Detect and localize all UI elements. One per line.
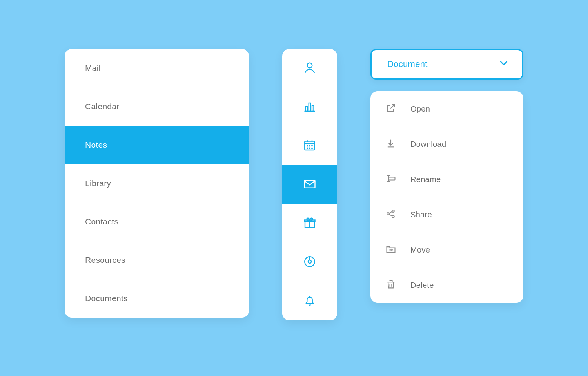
context-menu: Open Download Rename (370, 91, 523, 303)
rail-item-gift[interactable] (282, 204, 337, 243)
svg-rect-11 (305, 180, 315, 188)
svg-point-5 (307, 145, 308, 146)
bar-chart-icon (303, 99, 317, 115)
nav-label: Mail (85, 63, 101, 73)
dropdown-label: Document (387, 59, 428, 69)
svg-point-17 (387, 213, 389, 215)
chevron-down-icon (499, 58, 509, 70)
gift-icon (303, 216, 317, 231)
ctx-label: Open (410, 105, 430, 114)
nav-item-notes[interactable]: Notes (65, 126, 249, 164)
nav-label: Notes (85, 140, 107, 150)
ctx-label: Share (410, 210, 432, 219)
ctx-item-download[interactable]: Download (370, 127, 523, 162)
rename-icon (385, 173, 396, 186)
trash-icon (385, 279, 396, 292)
nav-item-library[interactable]: Library (65, 164, 249, 202)
move-folder-icon (385, 244, 396, 257)
svg-point-15 (308, 260, 311, 263)
svg-point-6 (309, 145, 310, 146)
nav-item-contacts[interactable]: Contacts (65, 202, 249, 241)
svg-point-19 (392, 215, 394, 218)
nav-item-documents[interactable]: Documents (65, 279, 249, 318)
nav-label: Documents (85, 294, 128, 303)
nav-label: Library (85, 179, 111, 188)
document-dropdown[interactable]: Document (370, 49, 523, 80)
right-column: Document Open (370, 49, 523, 303)
calendar-icon (303, 138, 317, 154)
ctx-item-share[interactable]: Share (370, 197, 523, 232)
svg-rect-2 (309, 103, 311, 111)
ctx-item-rename[interactable]: Rename (370, 162, 523, 197)
ctx-item-open[interactable]: Open (370, 91, 523, 127)
rail-item-user[interactable] (282, 49, 337, 88)
rail-item-disc[interactable] (282, 243, 337, 282)
ctx-item-delete[interactable]: Delete (370, 268, 523, 303)
svg-point-18 (392, 210, 394, 212)
icon-rail (282, 49, 337, 320)
ctx-label: Delete (410, 281, 434, 290)
nav-label: Calendar (85, 102, 120, 111)
share-icon (385, 208, 396, 221)
nav-label: Resources (85, 255, 125, 265)
disc-icon (303, 255, 317, 270)
download-icon (385, 138, 396, 151)
user-icon (303, 61, 317, 76)
ctx-item-move[interactable]: Move (370, 232, 523, 268)
svg-point-10 (312, 148, 312, 148)
svg-point-0 (307, 63, 312, 68)
ctx-label: Rename (410, 175, 441, 184)
svg-rect-16 (388, 177, 395, 180)
rail-item-chart[interactable] (282, 88, 337, 127)
svg-point-7 (312, 145, 312, 146)
nav-item-resources[interactable]: Resources (65, 241, 249, 279)
svg-point-8 (307, 148, 308, 148)
svg-rect-1 (306, 107, 308, 111)
svg-point-9 (309, 148, 310, 148)
ctx-label: Move (410, 246, 430, 255)
bell-icon (303, 293, 317, 309)
nav-panel: Mail Calendar Notes Library Contacts Res… (65, 49, 249, 318)
rail-item-mail[interactable] (282, 165, 337, 204)
open-icon (385, 103, 396, 116)
svg-rect-3 (312, 105, 314, 111)
rail-item-calendar[interactable] (282, 127, 337, 165)
mail-icon (303, 177, 317, 193)
rail-item-bell[interactable] (282, 282, 337, 320)
nav-item-mail[interactable]: Mail (65, 49, 249, 87)
nav-label: Contacts (85, 217, 118, 226)
ctx-label: Download (410, 140, 446, 149)
nav-item-calendar[interactable]: Calendar (65, 87, 249, 126)
